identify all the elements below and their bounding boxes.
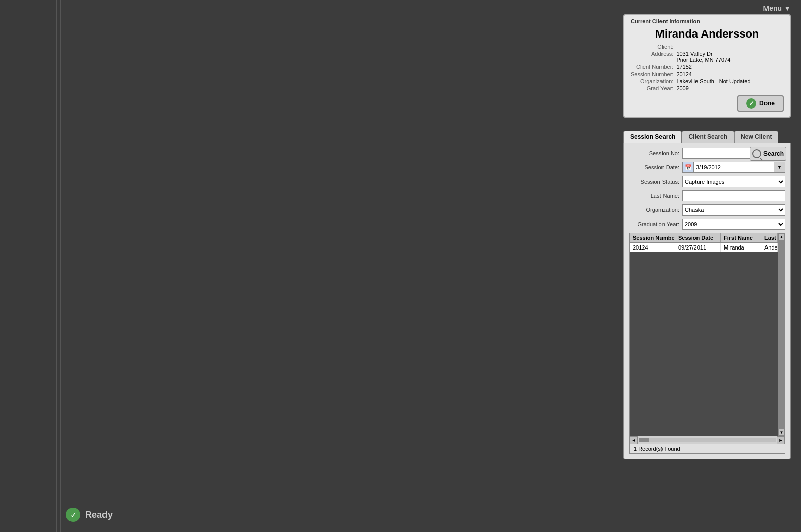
session-date-label: Session Date: xyxy=(629,164,682,170)
session-number-label: Session Number: xyxy=(631,71,673,77)
ready-text: Ready xyxy=(85,510,113,520)
status-bar: ✓ Ready xyxy=(66,508,113,522)
table-row[interactable]: 20124 09/27/2011 Miranda Andersson xyxy=(630,243,778,252)
address-label: Address: xyxy=(631,51,673,63)
grad-year-value: 2009 xyxy=(676,85,784,91)
search-icon xyxy=(752,149,761,158)
cell-last-name: Andersson xyxy=(761,243,778,252)
scroll-up-button[interactable]: ▲ xyxy=(778,233,785,240)
session-date-wrap: 📅 ▼ xyxy=(682,162,785,173)
session-status-select[interactable]: Capture Images In Progress Complete All xyxy=(682,176,785,187)
h-scroll-thumb xyxy=(639,438,649,442)
client-number-value: 17152 xyxy=(676,64,784,70)
client-number-label: Client Number: xyxy=(631,64,673,70)
tab-client-search[interactable]: Client Search xyxy=(682,131,734,143)
results-body: 20124 09/27/2011 Miranda Andersson xyxy=(630,243,778,436)
search-form: Search Session No: Session Date: 📅 ▼ Ses… xyxy=(623,143,791,459)
results-main: Session Number Session Date First Name L… xyxy=(630,233,778,436)
search-button[interactable]: Search xyxy=(750,147,786,161)
results-outer: Session Number Session Date First Name L… xyxy=(630,233,785,436)
col-session-number: Session Number xyxy=(630,233,675,242)
ready-icon: ✓ xyxy=(66,508,80,522)
menu-button[interactable]: Menu ▼ xyxy=(763,4,791,12)
graduation-year-select[interactable]: 2009 2010 2011 2012 All xyxy=(682,219,785,230)
calendar-icon[interactable]: 📅 xyxy=(682,162,693,173)
tabs-row: Session Search Client Search New Client xyxy=(623,131,791,143)
done-button[interactable]: ✓ Done xyxy=(737,95,784,112)
done-check-icon: ✓ xyxy=(746,98,756,109)
results-header: Session Number Session Date First Name L… xyxy=(630,233,778,243)
last-name-row: Last Name: xyxy=(629,190,785,201)
h-scroll-track xyxy=(639,438,776,442)
cell-session-date: 09/27/2011 xyxy=(675,243,721,252)
menu-label: Menu xyxy=(763,4,782,12)
last-name-label: Last Name: xyxy=(629,193,682,199)
cell-session-number: 20124 xyxy=(630,243,675,252)
scroll-track xyxy=(778,240,785,429)
records-found: 1 Record(s) Found xyxy=(630,444,785,453)
scroll-left-button[interactable]: ◄ xyxy=(630,436,638,444)
menu-arrow-icon: ▼ xyxy=(784,4,791,12)
client-value xyxy=(676,44,784,50)
client-name: Miranda Andersson xyxy=(631,27,784,41)
org-label: Organization: xyxy=(631,78,673,84)
client-fields: Client: Address: 1031 Valley Dr Prior La… xyxy=(631,44,784,91)
sidebar-divider xyxy=(56,0,57,532)
tab-new-client[interactable]: New Client xyxy=(734,131,778,143)
sidebar xyxy=(0,0,61,532)
results-vertical-scrollbar[interactable]: ▲ ▼ xyxy=(778,233,785,436)
client-info-panel: Current Client Information Miranda Ander… xyxy=(623,14,791,118)
grad-year-label: Grad Year: xyxy=(631,85,673,91)
col-session-date: Session Date xyxy=(675,233,721,242)
graduation-year-row: Graduation Year: 2009 2010 2011 2012 All xyxy=(629,219,785,230)
horizontal-scrollbar[interactable]: ◄ ► xyxy=(630,436,785,444)
date-dropdown-icon[interactable]: ▼ xyxy=(774,162,785,173)
session-no-label: Session No: xyxy=(629,150,682,156)
organization-label: Organization: xyxy=(629,207,682,213)
last-name-input[interactable] xyxy=(682,190,785,201)
col-last-name: Last Nam xyxy=(761,233,778,242)
client-info-title: Current Client Information xyxy=(631,18,784,24)
done-row: ✓ Done xyxy=(631,95,784,112)
organization-row: Organization: Chaska Lakeville South Pri… xyxy=(629,204,785,216)
address-value: 1031 Valley Dr Prior Lake, MN 77074 xyxy=(676,51,784,63)
session-date-row: Session Date: 📅 ▼ xyxy=(629,162,785,173)
session-number-value: 20124 xyxy=(676,71,784,77)
session-status-row: Session Status: Capture Images In Progre… xyxy=(629,176,785,187)
session-status-label: Session Status: xyxy=(629,179,682,185)
scroll-down-button[interactable]: ▼ xyxy=(778,429,785,436)
graduation-year-label: Graduation Year: xyxy=(629,221,682,227)
session-date-input[interactable] xyxy=(693,162,774,173)
client-label: Client: xyxy=(631,44,673,50)
results-table-container: Session Number Session Date First Name L… xyxy=(629,233,785,454)
search-panel: Session Search Client Search New Client … xyxy=(623,131,791,459)
org-value: Lakeville South - Not Updated- xyxy=(676,78,784,84)
col-first-name: First Name xyxy=(721,233,761,242)
cell-first-name: Miranda xyxy=(721,243,761,252)
organization-select[interactable]: Chaska Lakeville South Prior Lake All xyxy=(682,204,785,216)
scroll-right-button[interactable]: ► xyxy=(777,436,785,444)
tab-session-search[interactable]: Session Search xyxy=(623,131,682,143)
